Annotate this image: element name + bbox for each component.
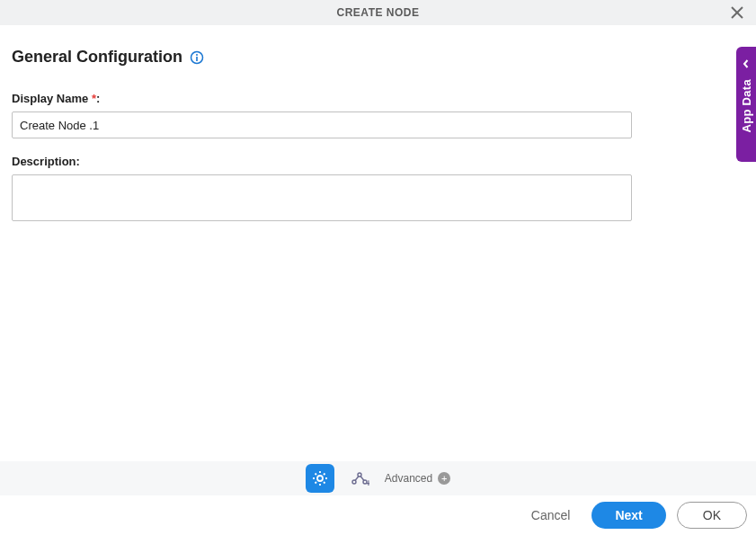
display-name-input[interactable] — [12, 111, 632, 138]
ok-button[interactable]: OK — [677, 502, 747, 529]
description-input[interactable] — [12, 174, 632, 221]
dialog-header: CREATE NODE — [0, 0, 756, 25]
description-label: Description: — [12, 155, 744, 168]
cancel-button[interactable]: Cancel — [520, 503, 582, 528]
next-button[interactable]: Next — [591, 502, 665, 529]
plus-icon: + — [438, 472, 450, 485]
svg-rect-4 — [196, 57, 198, 61]
svg-line-9 — [355, 477, 359, 481]
settings-button[interactable] — [306, 464, 334, 493]
display-name-label: Display Name *: — [12, 92, 744, 105]
svg-line-10 — [360, 477, 364, 481]
info-icon[interactable] — [190, 50, 204, 65]
section-title: General Configuration — [12, 48, 182, 67]
dialog-title: CREATE NODE — [337, 6, 420, 19]
display-name-group: Display Name *: — [12, 92, 744, 138]
description-group: Description: — [12, 155, 744, 225]
bottom-toolbar: + Advanced + — [0, 461, 756, 495]
app-data-label: App Data — [740, 79, 753, 132]
app-data-tab[interactable]: App Data — [736, 47, 756, 162]
nodes-icon: + — [350, 468, 369, 488]
section-header: General Configuration — [12, 48, 744, 67]
svg-point-5 — [317, 476, 323, 481]
advanced-label: Advanced — [385, 472, 432, 485]
connections-button[interactable]: + — [347, 466, 372, 491]
close-icon — [731, 6, 743, 19]
svg-text:+: + — [366, 478, 369, 488]
dialog-content: General Configuration Display Name *: De… — [0, 25, 756, 225]
advanced-button[interactable]: Advanced + — [385, 472, 450, 485]
close-button[interactable] — [729, 4, 745, 21]
svg-point-3 — [196, 54, 198, 56]
dialog-footer: Cancel Next OK — [0, 495, 756, 535]
gear-icon — [311, 469, 329, 487]
chevron-left-icon — [742, 56, 751, 72]
